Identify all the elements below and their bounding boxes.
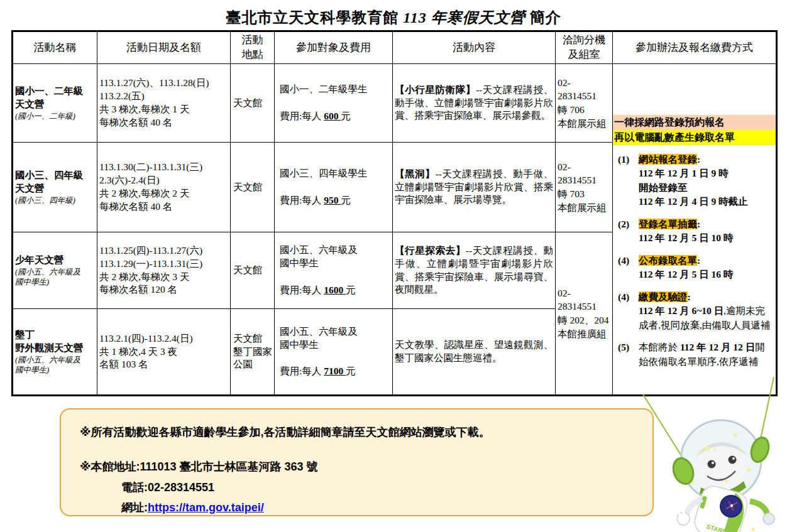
header-row: 活動名稱 活動日期及名額 活動 地點 參加對象及費用 活動內容 洽詢分機 及組室…: [13, 31, 777, 64]
apply-banner-random-draw: 再以電腦亂數產生錄取名單: [613, 130, 776, 145]
step-label: 登錄名單抽籤: [639, 219, 697, 229]
col-header-content: 活動內容: [393, 31, 556, 64]
col-header-contact: 洽詢分機 及組室: [556, 31, 613, 64]
fee-line: 費用:每人 1600 元: [280, 284, 392, 297]
content-cell: 【小行星防衛隊】--天文課程講授、動手做、立體劇場暨宇宙劇場影片欣賞、搭乘宇宙探…: [393, 64, 556, 143]
step-number: (4): [618, 254, 639, 282]
camp-grade-note: (國小五、六年級及 國中學生): [15, 267, 96, 288]
audience-text: 國小一、二年級學生: [280, 83, 392, 96]
location-cell: 天文館: [231, 143, 275, 232]
step-colon: :: [688, 291, 691, 302]
page-title-prefix: 臺北市立天文科學教育館: [226, 9, 403, 26]
fee-prefix: 費用:每人: [280, 195, 324, 205]
audience-text: 國小三、四年級學生: [280, 167, 392, 180]
contact-cell: 02- 28314551 轉 703 本館展示組: [556, 143, 613, 232]
activity-table-wrapper: 活動名稱 活動日期及名額 活動 地點 參加對象及費用 活動內容 洽詢分機 及組室…: [11, 30, 778, 396]
audience-fee-cell: 國小五、六年級及 國中學生 費用:每人 1600 元: [275, 232, 393, 309]
content-cell: 【行星探索去】--天文課程講授、動手做、立體劇場暨宇宙劇場影片欣賞、搭乘宇宙探險…: [393, 232, 556, 309]
footer-contact-block: ※本館地址:111013 臺北市士林區基河路 363 號 電話:02-28314…: [80, 457, 646, 518]
fee-suffix: 元: [346, 285, 356, 295]
apply-step-registration: (1) 網站報名登錄: 112 年 12 月 1 日 9 時 開始登錄至 112…: [618, 153, 773, 209]
fee-value: 7100: [324, 366, 346, 376]
audience-text: 國小五、六年級及 國中學生: [280, 325, 392, 352]
step-label: 繳費及驗證: [639, 291, 688, 302]
fee-value: 950: [324, 195, 341, 205]
audience-fee-cell: 國小三、四年級學生 費用:每人 950 元: [275, 143, 393, 232]
apply-banner-online-registration: 一律採網路登錄預約報名: [613, 115, 776, 130]
content-title: 【小行星防衛隊】: [395, 84, 476, 95]
fee-line: 費用:每人 950 元: [280, 194, 392, 207]
dates-cell: 113.1.25(四)-113.1.27(六) 113.1.29(一)-113.…: [97, 232, 231, 309]
apply-step-draw: (2) 登錄名單抽籤: 112 年 12 月 5 日 10 時: [618, 217, 773, 246]
step-number: (1): [618, 153, 639, 209]
camp-name: 墾丁 野外觀測天文營: [15, 328, 96, 355]
camp-grade-note: (國小三、四年級): [15, 195, 96, 205]
location-cell: 天文館: [231, 232, 275, 309]
dates-cell: 113.2.1(四)-113.2.4(日) 共 1 梯次,4 天 3 夜 名額 …: [97, 309, 231, 396]
step-number: (4): [618, 290, 639, 332]
footer-phone-line: 電話:02-28314551: [80, 477, 646, 497]
audience-fee-cell: 國小一、二年級學生 費用:每人 600 元: [275, 64, 393, 143]
col-header-location: 活動 地點: [231, 31, 275, 64]
col-header-apply: 參加辦法及報名繳費方式: [613, 31, 777, 64]
robot-arm-icon: [750, 501, 768, 515]
activity-name-cell: 國小三、四年級 天文營 (國小三、四年級): [13, 143, 97, 232]
address-label: ※本館地址:: [80, 460, 140, 473]
content-cell: 【黑洞】--天文課程講授、動手做、立體劇場暨宇宙劇場影片欣賞、搭乘宇宙探險車、展…: [393, 143, 556, 232]
col-header-activity-name: 活動名稱: [13, 31, 97, 64]
step-label: 網站報名登錄: [639, 154, 697, 165]
step-detail-line: 112 年 12 月 1 日 9 時: [639, 166, 773, 180]
robot-hand-icon: [676, 506, 684, 514]
content-title: 【行星探索去】: [395, 245, 466, 256]
footer-address-line: ※本館地址:111013 臺北市士林區基河路 363 號: [80, 457, 646, 477]
dates-cell: 113.1.30(二)-113.1.31(三) 2.3(六)-2.4(日) 共 …: [97, 143, 231, 232]
camp-name: 國小一、二年級 天文營: [15, 85, 96, 111]
step-number: (5): [618, 340, 639, 369]
step-detail-line: 112 年 12 月 4 日 9 時截止: [639, 195, 773, 209]
contact-cell: 02- 28314551 轉 706 本館展示組: [556, 64, 613, 143]
step-detail-line: 112 年 12 月 5 日 16 時: [639, 268, 773, 281]
footer-url-line: 網址:https://tam.gov.taipei/: [80, 497, 646, 518]
contact-cell: 02- 28314551 轉 202、204 本館推廣組: [556, 232, 613, 396]
apply-cell: 一律採網路登錄預約報名 再以電腦亂數產生錄取名單 (1) 網站報名登錄: 112…: [613, 64, 777, 396]
url-label: 網址:: [121, 501, 148, 514]
camp-name: 少年天文營: [15, 254, 96, 267]
step-number: (2): [618, 217, 639, 246]
step-colon: :: [697, 219, 700, 229]
fee-suffix: 元: [341, 111, 351, 121]
location-cell: 天文館 墾丁國家 公園: [231, 309, 275, 396]
stardust-robot-illustration: STARDUST: [625, 376, 787, 532]
address-value: 111013 臺北市士林區基河路 363 號: [140, 460, 318, 473]
fee-value: 600: [324, 111, 341, 121]
activity-name-cell: 墾丁 野外觀測天文營 (國小五、六年級及 國中學生): [13, 309, 97, 396]
content-cell: 天文教學、認識星座、望遠鏡觀測、墾丁國家公園生態巡禮。: [393, 309, 556, 396]
table-row: 國小一、二年級 天文營 (國小一、二年級) 113.1.27(六)、113.1.…: [13, 64, 777, 143]
phone-value: 02-28314551: [148, 481, 214, 494]
fee-prefix: 費用:每人: [280, 366, 324, 376]
camp-name: 國小三、四年級 天文營: [15, 169, 96, 195]
step-detail-line: 112 年 12 月 5 日 10 時: [639, 231, 773, 245]
col-header-dates: 活動日期及名額: [97, 31, 231, 64]
step-detail-bold: 112 年 12 月 6~10 日: [639, 305, 724, 316]
website-link[interactable]: https://tam.gov.taipei/: [148, 501, 264, 514]
activity-table: 活動名稱 活動日期及名額 活動 地點 參加對象及費用 活動內容 洽詢分機 及組室…: [11, 30, 778, 396]
page-title-suffix: 簡介: [526, 9, 561, 26]
apply-steps-list: (1) 網站報名登錄: 112 年 12 月 1 日 9 時 開始登錄至 112…: [613, 145, 776, 369]
footer-note-box: ※所有活動歡迎各縣市適齡學生參加,各活動詳細簡章請至天文館網站瀏覽或下載。 ※本…: [60, 408, 654, 516]
camp-grade-note: (國小五、六年級及 國中學生): [15, 355, 96, 376]
fee-value: 1600: [324, 285, 346, 295]
apply-step-announce: (4) 公布錄取名單: 112 年 12 月 5 日 16 時: [618, 254, 773, 282]
step-detail-bold: 112 年 12 月 12 日: [680, 342, 755, 352]
step-label: 公布錄取名單: [639, 255, 697, 266]
content-title: 【黑洞】: [395, 168, 435, 179]
fee-line: 費用:每人 600 元: [280, 110, 392, 123]
fee-suffix: 元: [341, 195, 351, 205]
apply-step-waitlist: (5) 本館將於 112 年 12 月 12 日開始依備取名單順序,依序遞補: [618, 340, 773, 369]
location-cell: 天文館: [231, 64, 275, 143]
page-title: 臺北市立天文科學教育館 113 年寒假天文營 簡介: [0, 8, 787, 28]
audience-text: 國小五、六年級及 國中學生: [280, 244, 392, 270]
col-header-audience-fee: 參加對象及費用: [275, 31, 393, 64]
apply-step-payment: (4) 繳費及驗證: 112 年 12 月 6~10 日,逾期未完成者,視同放棄…: [618, 290, 773, 332]
step-detail-line: 開始登錄至: [639, 181, 773, 195]
fee-prefix: 費用:每人: [280, 285, 324, 295]
